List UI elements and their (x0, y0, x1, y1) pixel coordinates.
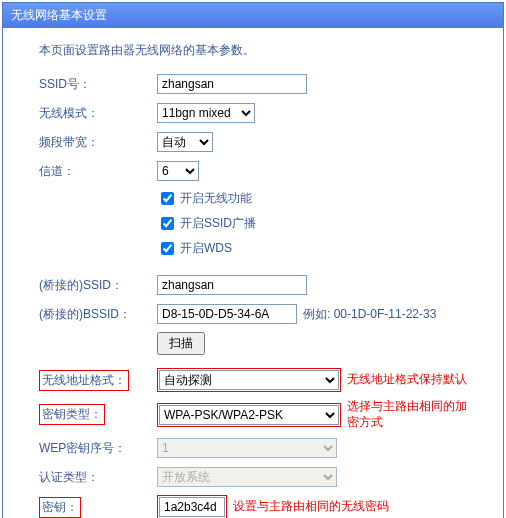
row-mode: 无线模式： 11bgn mixed (39, 102, 483, 124)
checkbox-enable-wireless[interactable] (161, 192, 174, 205)
checkbox-enable-ssid-broadcast[interactable] (161, 217, 174, 230)
label-channel: 信道： (39, 163, 157, 180)
select-addr-format[interactable]: 自动探测 (159, 370, 339, 390)
select-channel[interactable]: 6 (157, 161, 199, 181)
row-channel: 信道： 6 (39, 160, 483, 182)
hint-key-type: 选择与主路由相同的加密方式 (347, 399, 467, 430)
select-mode[interactable]: 11bgn mixed (157, 103, 255, 123)
label-ssid: SSID号： (39, 76, 157, 93)
input-ssid[interactable] (157, 74, 307, 94)
label-auth-type: 认证类型： (39, 469, 157, 486)
label-addr-format: 无线地址格式： (39, 370, 129, 391)
row-enable-ssid-broadcast: 开启SSID广播 (39, 214, 483, 233)
scan-button[interactable]: 扫描 (157, 332, 205, 355)
row-wep-index: WEP密钥序号： 1 (39, 437, 483, 459)
input-bridge-bssid[interactable] (157, 304, 297, 324)
wireless-settings-panel: 无线网络基本设置 本页面设置路由器无线网络的基本参数。 SSID号： 无线模式：… (2, 2, 504, 518)
select-auth-type: 开放系统 (157, 467, 337, 487)
row-enable-wds: 开启WDS (39, 239, 483, 258)
row-ssid: SSID号： (39, 73, 483, 95)
row-enable-wireless: 开启无线功能 (39, 189, 483, 208)
input-key[interactable] (159, 497, 225, 517)
select-wep-index: 1 (157, 438, 337, 458)
row-bridge-ssid: (桥接的)SSID： (39, 274, 483, 296)
select-bandwidth[interactable]: 自动 (157, 132, 213, 152)
row-bridge-bssid: (桥接的)BSSID： 例如: 00-1D-0F-11-22-33 (39, 303, 483, 325)
row-key: 密钥： 设置与主路由相同的无线密码 (39, 495, 483, 518)
label-bridge-bssid: (桥接的)BSSID： (39, 306, 157, 323)
input-bridge-ssid[interactable] (157, 275, 307, 295)
row-scan: 扫描 (39, 332, 483, 361)
row-key-type: 密钥类型： WPA-PSK/WPA2-PSK 选择与主路由相同的加密方式 (39, 399, 483, 430)
row-addr-format: 无线地址格式： 自动探测 无线地址格式保持默认 (39, 368, 483, 392)
row-bandwidth: 频段带宽： 自动 (39, 131, 483, 153)
checkbox-enable-wds[interactable] (161, 242, 174, 255)
hint-bssid-example: 例如: 00-1D-0F-11-22-33 (303, 306, 436, 323)
hint-key: 设置与主路由相同的无线密码 (233, 499, 389, 515)
page-description: 本页面设置路由器无线网络的基本参数。 (39, 42, 483, 59)
label-enable-wds: 开启WDS (180, 240, 232, 257)
label-key: 密钥： (39, 497, 81, 518)
label-bandwidth: 频段带宽： (39, 134, 157, 151)
select-key-type[interactable]: WPA-PSK/WPA2-PSK (159, 405, 339, 425)
label-enable-wireless: 开启无线功能 (180, 190, 252, 207)
hint-addr-format: 无线地址格式保持默认 (347, 372, 467, 388)
label-key-type: 密钥类型： (39, 404, 105, 425)
panel-content: 本页面设置路由器无线网络的基本参数。 SSID号： 无线模式： 11bgn mi… (3, 28, 503, 518)
label-bridge-ssid: (桥接的)SSID： (39, 277, 157, 294)
label-mode: 无线模式： (39, 105, 157, 122)
label-wep-index: WEP密钥序号： (39, 440, 157, 457)
row-auth-type: 认证类型： 开放系统 (39, 466, 483, 488)
panel-title: 无线网络基本设置 (3, 3, 503, 28)
label-enable-ssid-broadcast: 开启SSID广播 (180, 215, 256, 232)
